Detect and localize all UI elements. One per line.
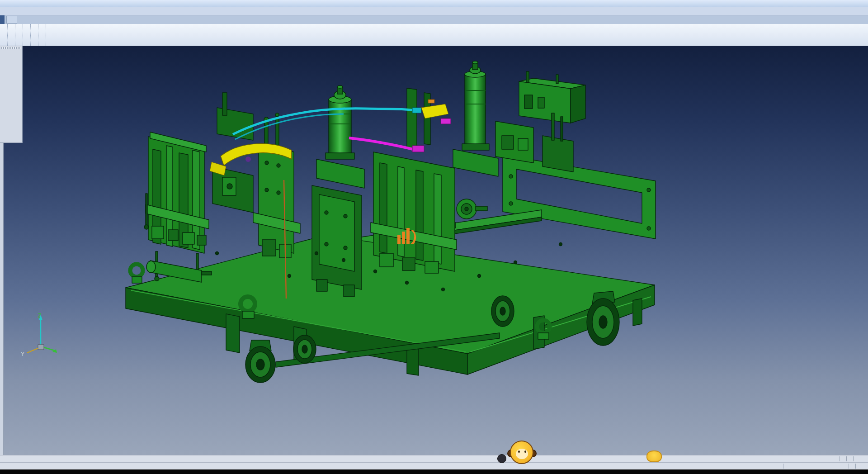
title-bar [0, 0, 868, 7]
menu-bar [0, 7, 868, 15]
ribbon-group-workplane [31, 24, 38, 46]
status-bar-view [0, 455, 868, 462]
toolbar-drag-handle[interactable] [1, 47, 21, 49]
separator [853, 456, 854, 461]
separator [840, 456, 840, 461]
axis-indicator: Z Y [20, 312, 61, 357]
ribbon-toolbar [0, 24, 868, 46]
ribbon-group-graphics [8, 24, 15, 46]
ribbon-group-system [38, 24, 46, 46]
status-bar-coords [0, 462, 868, 469]
tab-dropdown-button[interactable] [6, 16, 17, 24]
tab-corner-block [0, 15, 5, 24]
separator [846, 456, 847, 461]
search-magnifier-icon[interactable] [821, 456, 829, 462]
separator [783, 464, 783, 469]
watermark [396, 227, 421, 246]
ribbon-tab-bar [0, 15, 868, 24]
taskbar [0, 469, 868, 474]
separator [833, 456, 833, 461]
mascot-eye [518, 450, 520, 453]
mascot-face [516, 449, 528, 459]
mascot-badge [497, 454, 506, 463]
separator [855, 464, 856, 469]
window-edge-strip [0, 143, 4, 455]
mascot [495, 437, 568, 473]
visi-application-window: Z Y [0, 0, 868, 474]
mascot-eye [524, 450, 526, 453]
ribbon-group-image-advanced [15, 24, 23, 46]
model-3d[interactable] [0, 46, 868, 455]
mascot-paw [646, 450, 662, 462]
ribbon-group-view [23, 24, 31, 46]
separator [849, 464, 849, 469]
ribbon-group-attributes-filters [0, 24, 8, 46]
viewport-3d[interactable]: Z Y [0, 46, 868, 455]
left-toolbar [0, 46, 23, 143]
watermark-logo-icon [396, 227, 417, 246]
axis-y-label: Y [21, 351, 24, 357]
world-globe-icon[interactable] [857, 456, 865, 462]
